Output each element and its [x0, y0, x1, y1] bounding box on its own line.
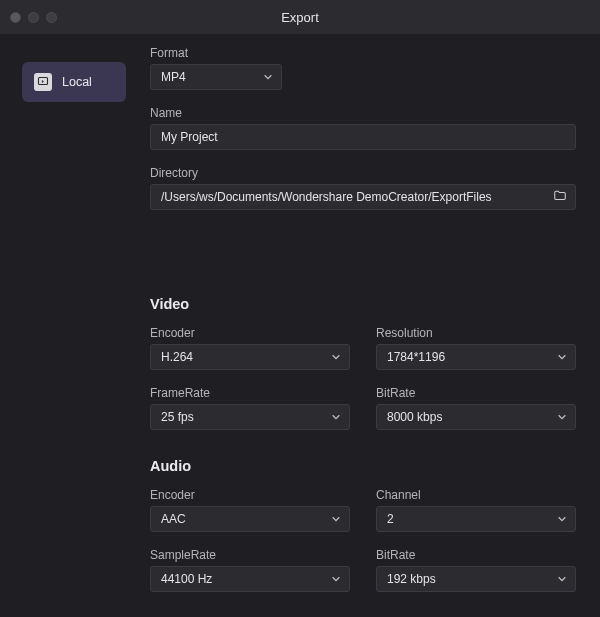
- video-bitrate-label: BitRate: [376, 386, 576, 400]
- chevron-down-icon: [331, 574, 341, 584]
- sidebar: Local: [0, 34, 148, 617]
- video-framerate-value: 25 fps: [161, 410, 194, 424]
- name-input-wrapper: [150, 124, 576, 150]
- audio-bitrate-label: BitRate: [376, 548, 576, 562]
- chevron-down-icon: [263, 72, 273, 82]
- format-select[interactable]: MP4: [150, 64, 282, 90]
- video-bitrate-value: 8000 kbps: [387, 410, 442, 424]
- video-encoder-label: Encoder: [150, 326, 350, 340]
- window-controls: [10, 12, 57, 23]
- audio-bitrate-value: 192 kbps: [387, 572, 436, 586]
- browse-folder-button[interactable]: [551, 188, 569, 206]
- chevron-down-icon: [557, 514, 567, 524]
- video-resolution-value: 1784*1196: [387, 350, 445, 364]
- chevron-down-icon: [331, 514, 341, 524]
- video-framerate-label: FrameRate: [150, 386, 350, 400]
- directory-label: Directory: [150, 166, 576, 180]
- audio-samplerate-value: 44100 Hz: [161, 572, 212, 586]
- chevron-down-icon: [557, 352, 567, 362]
- video-heading: Video: [150, 296, 576, 312]
- video-resolution-select[interactable]: 1784*1196: [376, 344, 576, 370]
- local-icon: [34, 73, 52, 91]
- audio-samplerate-select[interactable]: 44100 Hz: [150, 566, 350, 592]
- video-framerate-select[interactable]: 25 fps: [150, 404, 350, 430]
- window-close-button[interactable]: [10, 12, 21, 23]
- audio-heading: Audio: [150, 458, 576, 474]
- window-title: Export: [0, 10, 600, 25]
- audio-channel-value: 2: [387, 512, 394, 526]
- name-input[interactable]: [161, 130, 565, 144]
- format-label: Format: [150, 46, 576, 60]
- titlebar: Export: [0, 0, 600, 34]
- audio-bitrate-select[interactable]: 192 kbps: [376, 566, 576, 592]
- chevron-down-icon: [331, 352, 341, 362]
- window-zoom-button[interactable]: [46, 12, 57, 23]
- directory-value: /Users/ws/Documents/Wondershare DemoCrea…: [161, 190, 492, 204]
- audio-channel-label: Channel: [376, 488, 576, 502]
- name-label: Name: [150, 106, 576, 120]
- audio-encoder-value: AAC: [161, 512, 186, 526]
- window-minimize-button[interactable]: [28, 12, 39, 23]
- audio-encoder-label: Encoder: [150, 488, 350, 502]
- folder-icon: [553, 189, 567, 206]
- chevron-down-icon: [557, 412, 567, 422]
- sidebar-item-label: Local: [62, 75, 92, 89]
- chevron-down-icon: [331, 412, 341, 422]
- video-encoder-value: H.264: [161, 350, 193, 364]
- directory-field: /Users/ws/Documents/Wondershare DemoCrea…: [150, 184, 576, 210]
- audio-encoder-select[interactable]: AAC: [150, 506, 350, 532]
- audio-channel-select[interactable]: 2: [376, 506, 576, 532]
- video-bitrate-select[interactable]: 8000 kbps: [376, 404, 576, 430]
- chevron-down-icon: [557, 574, 567, 584]
- format-value: MP4: [161, 70, 186, 84]
- video-resolution-label: Resolution: [376, 326, 576, 340]
- sidebar-item-local[interactable]: Local: [22, 62, 126, 102]
- video-encoder-select[interactable]: H.264: [150, 344, 350, 370]
- audio-samplerate-label: SampleRate: [150, 548, 350, 562]
